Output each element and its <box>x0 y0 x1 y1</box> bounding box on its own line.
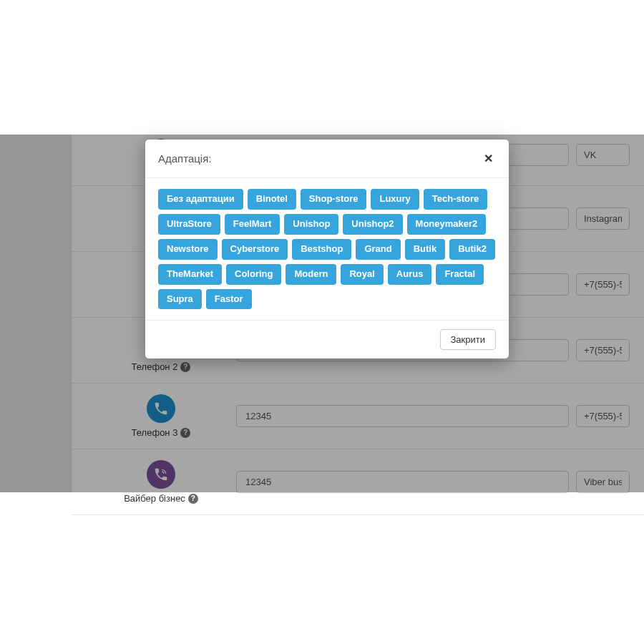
adaptation-tag[interactable]: Butik2 <box>449 239 495 260</box>
modal-body: Без адаптацииBinotelShop-storeLuxuryTech… <box>145 178 509 320</box>
close-icon[interactable]: ✕ <box>481 150 496 167</box>
adaptation-tag[interactable]: Butik <box>405 239 446 260</box>
modal-header: Адаптація: ✕ <box>145 140 509 178</box>
adaptation-tag[interactable]: Supra <box>158 289 202 310</box>
help-icon[interactable]: ? <box>188 494 198 504</box>
adaptation-tag[interactable]: Royal <box>341 264 383 285</box>
adaptation-tag[interactable]: Newstore <box>158 239 218 260</box>
adaptation-tag[interactable]: Bestshop <box>292 239 351 260</box>
adaptation-tag[interactable]: Tech-store <box>424 189 488 210</box>
adaptation-tag[interactable]: Unishop2 <box>343 214 402 235</box>
adaptation-modal: Адаптація: ✕ Без адаптацииBinotelShop-st… <box>145 140 509 358</box>
adaptation-tag[interactable]: Coloring <box>226 264 281 285</box>
adaptation-tag[interactable]: Fractal <box>436 264 484 285</box>
modal-footer: Закрити <box>145 320 509 358</box>
modal-title: Адаптація: <box>158 152 211 165</box>
adaptation-tag[interactable]: Aurus <box>388 264 432 285</box>
adaptation-tag[interactable]: Cyberstore <box>222 239 288 260</box>
adaptation-tag[interactable]: UltraStore <box>158 214 220 235</box>
adaptation-tag[interactable]: Без адаптации <box>158 189 243 210</box>
adaptation-tag[interactable]: Grand <box>356 239 400 260</box>
adaptation-tag[interactable]: Modern <box>286 264 336 285</box>
adaptation-tag[interactable]: Shop-store <box>301 189 367 210</box>
adaptation-tag[interactable]: Unishop <box>284 214 338 235</box>
adaptation-tag[interactable]: Binotel <box>248 189 296 210</box>
adaptation-tag[interactable]: TheMarket <box>158 264 222 285</box>
adaptation-tag[interactable]: Luxury <box>371 189 419 210</box>
adaptation-tag[interactable]: Fastor <box>206 289 252 310</box>
adaptation-tag[interactable]: Moneymaker2 <box>407 214 487 235</box>
close-button[interactable]: Закрити <box>440 329 496 350</box>
viber-label: Вайбер бізнес ? <box>124 493 198 504</box>
adaptation-tag[interactable]: FeelMart <box>225 214 280 235</box>
